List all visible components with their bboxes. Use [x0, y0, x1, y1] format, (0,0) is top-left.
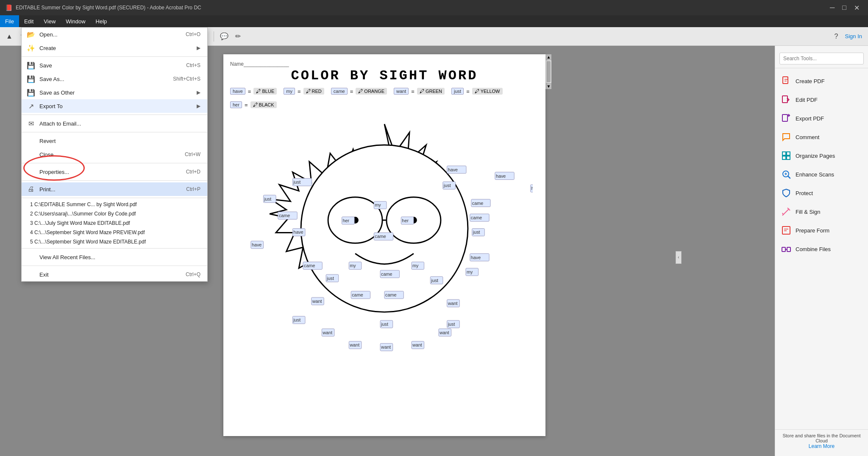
svg-text:just: just: [293, 317, 300, 322]
search-tools-input[interactable]: [779, 53, 864, 64]
create-pdf-icon: [781, 76, 791, 86]
tool-comment[interactable]: Comment: [775, 128, 868, 146]
sep-c: [22, 132, 207, 132]
menu-revert[interactable]: Revert: [22, 134, 207, 148]
svg-rect-86: [787, 156, 790, 159]
save-as-icon: 💾: [27, 75, 35, 83]
svg-text:my: my: [350, 263, 356, 268]
cloud-text: Store and share files in the Document Cl…: [779, 433, 865, 443]
protect-label: Protect: [796, 190, 813, 196]
svg-text:just: just: [264, 196, 271, 201]
scroll-bar[interactable]: ▲ ▼: [545, 54, 551, 89]
menu-view-all-label: View All Recent Files...: [39, 254, 95, 260]
enhance-scans-label: Enhance Scans: [796, 171, 834, 178]
menu-edit[interactable]: Edit: [19, 15, 39, 27]
tool-enhance-scans[interactable]: Enhance Scans: [775, 165, 868, 184]
coloring-page: have have have just came just just: [230, 112, 539, 383]
svg-text:my: my: [375, 202, 381, 207]
nav-up-button[interactable]: ▲: [3, 31, 15, 42]
tool-prepare-form[interactable]: Prepare Form: [775, 221, 868, 240]
fill-sign-icon: [781, 207, 791, 217]
sep-d: [22, 163, 207, 163]
edit-pdf-icon: [781, 95, 791, 105]
svg-text:just: just: [443, 183, 451, 188]
svg-text:came: came: [352, 292, 363, 297]
svg-text:her: her: [402, 218, 409, 223]
cloud-section: Store and share files in the Document Cl…: [775, 429, 868, 453]
svg-text:have: have: [496, 173, 506, 179]
organize-pages-icon: [781, 151, 791, 161]
menu-revert-label: Revert: [39, 138, 56, 144]
organize-pages-label: Organize Pages: [796, 153, 835, 159]
menu-help[interactable]: Help: [91, 15, 112, 27]
export-arrow: ▶: [197, 103, 200, 109]
tool-organize-pages[interactable]: Organize Pages: [775, 146, 868, 165]
svg-text:came: came: [381, 271, 392, 277]
comment-button[interactable]: 💬: [217, 31, 231, 42]
svg-text:want: want: [312, 299, 322, 304]
menu-close[interactable]: Close Ctrl+W: [22, 148, 207, 161]
menu-attach-email[interactable]: ✉ Attach to Email...: [22, 117, 207, 130]
learn-more-link[interactable]: Learn More: [809, 443, 835, 449]
svg-text:my: my: [412, 263, 419, 268]
export-icon: ↗: [27, 102, 35, 110]
menu-create[interactable]: ✨ Create ▶: [22, 41, 207, 55]
sep-a: [22, 56, 207, 57]
svg-text:have: have: [448, 167, 458, 172]
tool-create-pdf[interactable]: Create PDF: [775, 72, 868, 90]
menu-export-to[interactable]: ↗ Export To ▶: [22, 99, 207, 113]
menu-exit[interactable]: Exit Ctrl+Q: [22, 268, 207, 281]
svg-text:came: came: [279, 213, 290, 218]
menu-save[interactable]: 💾 Save Ctrl+S: [22, 59, 207, 72]
minimize-button[interactable]: ─: [826, 3, 838, 13]
menu-save-label: Save: [39, 62, 52, 69]
title-bar: 📕 EDITABLE Summer Color by Sight Word.pd…: [0, 0, 868, 15]
save-shortcut: Ctrl+S: [186, 62, 200, 68]
maximize-button[interactable]: □: [839, 3, 850, 13]
pencil-button[interactable]: ✏: [233, 31, 243, 42]
tool-protect[interactable]: Protect: [775, 184, 868, 202]
right-panel: Create PDF Edit PDF Export PDF Comment: [775, 46, 868, 456]
close-window-button[interactable]: ✕: [851, 3, 863, 13]
menu-save-as[interactable]: 💾 Save As... Shift+Ctrl+S: [22, 72, 207, 86]
svg-text:just: just: [381, 322, 388, 327]
menu-window[interactable]: Window: [61, 15, 90, 27]
menu-properties[interactable]: Properties... Ctrl+D: [22, 165, 207, 179]
svg-rect-83: [782, 152, 786, 155]
recent-file-4[interactable]: 4 C:\...\September Sight Word Maze PREVI…: [22, 228, 207, 237]
create-arrow: ▶: [197, 45, 200, 51]
menu-save-as-other-label: Save as Other: [39, 90, 75, 96]
tool-edit-pdf[interactable]: Edit PDF: [775, 90, 868, 109]
export-pdf-label: Export PDF: [796, 115, 824, 122]
menu-create-label: Create: [39, 45, 56, 51]
menu-save-as-other[interactable]: 💾 Save as Other ▶: [22, 86, 207, 99]
recent-file-3[interactable]: 3 C:\...\July Sight Word Maze EDITABLE.p…: [22, 218, 207, 228]
menu-view-all-recent[interactable]: View All Recent Files...: [22, 250, 207, 264]
main-layout: 📂 Open... Ctrl+O ✨ Create ▶ 💾 Save Ctrl+…: [0, 46, 868, 456]
menu-open[interactable]: 📂 Open... Ctrl+O: [22, 28, 207, 41]
recent-file-1[interactable]: 1 C:\EDITABLE Summer C... by Sight Word.…: [22, 200, 207, 209]
svg-text:want: want: [322, 330, 332, 335]
svg-text:came: came: [385, 292, 396, 297]
svg-text:have: have: [471, 255, 481, 260]
help-button[interactable]: ?: [832, 31, 841, 42]
recent-file-5[interactable]: 5 C:\...\September Sight Word Maze EDITA…: [22, 237, 207, 246]
menu-close-label: Close: [39, 151, 53, 158]
tool-fill-sign[interactable]: Fill & Sign: [775, 202, 868, 221]
prepare-form-label: Prepare Form: [796, 227, 829, 234]
menu-print[interactable]: 🖨 Print... Ctrl+P: [22, 182, 207, 196]
revert-icon: [27, 137, 35, 145]
menu-file[interactable]: File: [0, 15, 19, 27]
sep5: [214, 31, 214, 42]
svg-rect-79: [783, 77, 788, 84]
combine-files-label: Combine Files: [796, 246, 831, 252]
save-other-icon: 💾: [27, 88, 35, 97]
recent-file-2[interactable]: 2 C:\Users\saraj\...\Summer Color By Cod…: [22, 209, 207, 218]
svg-text:just: just: [473, 229, 480, 235]
prepare-form-icon: [781, 225, 791, 235]
panel-collapse-button[interactable]: ‹: [676, 251, 682, 264]
menu-view[interactable]: View: [39, 15, 61, 27]
tool-export-pdf[interactable]: Export PDF: [775, 109, 868, 128]
tool-combine-files[interactable]: Combine Files: [775, 240, 868, 258]
signin-button[interactable]: Sign In: [843, 31, 865, 41]
